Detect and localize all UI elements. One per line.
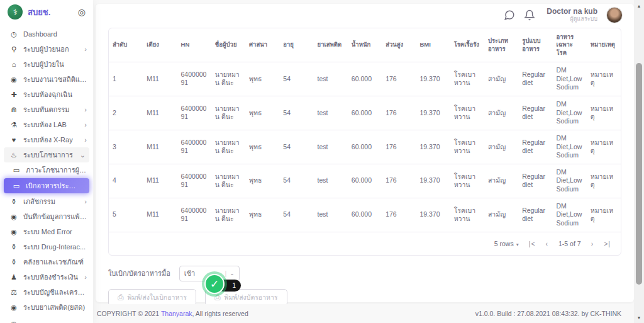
thanyarak-link[interactable]: Thanyarak (161, 310, 192, 317)
sidebar-item-label: คลังยาและเวชภัณฑ์ (23, 256, 87, 268)
table-row[interactable]: 1M11640000091นายหมาน ดีนะพุทธ54test60.00… (109, 62, 621, 96)
table-cell: 54 (279, 164, 313, 198)
scrollbar-thumb[interactable] (636, 63, 642, 285)
sidebar-item-7[interactable]: ♥ระบบห้อง X-Ray› (0, 132, 93, 147)
print-requisition-button[interactable]: ⎙ พิมพ์/ส่งใบเบิกอาหาร (108, 289, 196, 306)
sidebar-item-18[interactable]: ◉ระบบยาเสพติด(ยสด) (0, 300, 93, 315)
sidebar-item-10[interactable]: ▭เบิกอาหารประจำวัน (4, 178, 89, 193)
rows-per-page-select[interactable]: 5 rows▾ (494, 240, 519, 247)
sidebar-item-label: ระบบ Med Error (23, 226, 87, 237)
avatar[interactable] (606, 7, 623, 23)
sidebar-item-6[interactable]: ⚗ระบบห้อง LAB› (0, 117, 93, 132)
sidebar-item-9[interactable]: ▭ภาวะโภชนาการผู้ป่วย (0, 162, 93, 178)
table-cell: 4 (109, 164, 143, 198)
copyright-prefix: COPYRIGHT © 2021 (97, 310, 161, 317)
table-cell: สามัญ (484, 96, 518, 130)
sidebar-item-13[interactable]: ◉ระบบ Med Error (0, 224, 93, 239)
table-cell: DM Diet,Low Sodium (552, 130, 586, 164)
table-cell: หมายเหตุ (587, 96, 621, 130)
sidebar-item-17[interactable]: ⚖ระบบบัญชีและเครดิต... (0, 285, 93, 300)
sidebar-item-label: ระบบห้องฉุกเฉิน (23, 89, 87, 100)
table-body: 1M11640000091นายหมาน ดีนะพุทธ54test60.00… (109, 62, 621, 232)
scroll-up-icon[interactable]: ▲ (634, 1, 644, 10)
sidebar-item-1[interactable]: ⚲ระบบผู้ป่วยนอก› (0, 42, 93, 57)
sidebar-item-14[interactable]: ⚱ระบบ Drug-Interac... (0, 239, 93, 254)
sidebar-item-3[interactable]: ◉ระบบงานเวชสถิติและ... (0, 72, 93, 87)
table-cell: โรคเบาหวาน (450, 198, 484, 232)
sidebar-item-0[interactable]: ◷Dashboard (0, 26, 93, 42)
scroll-down-icon[interactable]: ▼ (634, 313, 644, 322)
table-cell: สามัญ (484, 164, 518, 198)
table-cell: นายหมาน ดีนะ (211, 164, 245, 198)
vertical-scrollbar[interactable]: ▲ ▼ (634, 0, 644, 323)
chat-icon[interactable] (504, 9, 515, 21)
sidebar-item-5[interactable]: ⋒ระบบทันตกรรม› (0, 102, 93, 117)
table-cell: 54 (279, 96, 313, 130)
table-row[interactable]: 2M11640000091นายหมาน ดีนะพุทธ54test60.00… (109, 96, 621, 130)
column-header: BMI (416, 28, 450, 62)
sidebar-collapse-toggle-icon[interactable]: ◎ (78, 8, 86, 16)
sidebar-item-15[interactable]: ⚱คลังยาและเวชภัณฑ์ (0, 254, 93, 269)
column-header: ยาเสพติด (314, 28, 348, 62)
sidebar: ⚕ สบยช. ◎ ◷Dashboard⚲ระบบผู้ป่วยนอก›⌂ระบ… (0, 0, 93, 323)
table-cell: พุทธ (245, 198, 279, 232)
table-cell: โรคเบาหวาน (450, 164, 484, 198)
table-cell: 176 (382, 62, 416, 96)
nutrition-icon: ♨ (9, 151, 19, 159)
table-cell: 640000091 (177, 96, 211, 130)
sidebar-item-label: บันทึกข้อมูลการแพ้ยา... (23, 211, 87, 222)
food-table: ลำดับเตียงHNชื่อผู้ป่วยศาสนาอายุยาเสพติด… (109, 28, 621, 232)
column-header: รูปแบบอาหาร (518, 28, 552, 62)
caret-down-icon: ▾ (516, 242, 519, 247)
sidebar-item-12[interactable]: ◉บันทึกข้อมูลการแพ้ยา... (0, 209, 93, 224)
app-logo-icon: ⚕ (8, 4, 23, 20)
prev-page-icon[interactable]: ‹ (546, 240, 549, 247)
sidebar-item-19[interactable]: ◉ (0, 316, 93, 323)
table-cell: 19.370 (416, 198, 450, 232)
table-cell: สามัญ (484, 62, 518, 96)
copyright-text: COPYRIGHT © 2021 Thanyarak, All rights r… (97, 310, 248, 317)
user-block[interactable]: Doctor na kub ผู้ดูแลระบบ (547, 8, 597, 22)
table-cell: สามัญ (484, 198, 518, 232)
table-cell: 54 (279, 130, 313, 164)
last-page-icon[interactable]: >| (604, 240, 611, 247)
sidebar-item-4[interactable]: ✚ระบบห้องฉุกเฉิน (0, 87, 93, 102)
sidebar-item-label: ระบบบัญชีและเครดิต... (23, 286, 87, 298)
table-cell: DM Diet,Low Sodium (552, 198, 586, 232)
table-cell: M11 (143, 96, 177, 130)
table-row[interactable]: 4M11640000091นายหมาน ดีนะพุทธ54test60.00… (109, 164, 621, 198)
column-header: เตียง (143, 28, 177, 62)
accounting-icon: ⚖ (9, 288, 19, 297)
meal-select-value: เช้า (184, 268, 195, 279)
copyright-suffix: , All rights reserved (192, 310, 248, 317)
sidebar-item-11[interactable]: ⚱เภสัชกรรม› (0, 194, 93, 209)
column-header: น้ำหนัก (348, 28, 382, 62)
sidebar-item-2[interactable]: ⌂ระบบผู้ป่วยใน (0, 57, 93, 72)
meal-controls: ใบเบิก/บัตรอาหารมื้อ เช้า | ⌄ ⎙ พิมพ์/ส่… (108, 266, 621, 306)
table-cell: 60.000 (348, 96, 382, 130)
sidebar-item-8[interactable]: ♨ระบบโภชนาการ⌄ (4, 147, 89, 162)
table-cell: 5 (109, 198, 143, 232)
table-cell: 54 (279, 198, 313, 232)
table-row[interactable]: 3M11640000091นายหมาน ดีนะพุทธ54test60.00… (109, 130, 621, 164)
sidebar-header: ⚕ สบยช. ◎ (0, 0, 93, 24)
sidebar-item-16[interactable]: ♟ระบบห้องชำระเงิน› (0, 269, 93, 285)
click-annotation: 1 ✓ (204, 274, 248, 299)
table-cell: test (314, 130, 348, 164)
table-cell: 176 (382, 164, 416, 198)
next-page-icon[interactable]: › (591, 240, 594, 247)
table-cell: 60.000 (348, 130, 382, 164)
first-page-icon[interactable]: |< (529, 240, 536, 247)
table-cell: 54 (279, 62, 313, 96)
chevron-icon: › (84, 273, 87, 281)
bell-icon[interactable] (524, 9, 535, 21)
table-cell: พุทธ (245, 96, 279, 130)
table-cell: หมายเหตุ (587, 62, 621, 96)
table-row[interactable]: 5M11640000091นายหมาน ดีนะพุทธ54test60.00… (109, 198, 621, 232)
narcotics-icon: ◉ (9, 303, 19, 312)
column-header: อาหารเฉพาะโรค (552, 28, 586, 62)
table-cell: หมายเหตุ (587, 198, 621, 232)
drug-inventory-icon: ⚱ (9, 258, 19, 266)
table-cell: test (314, 62, 348, 96)
table-cell: นายหมาน ดีนะ (211, 130, 245, 164)
